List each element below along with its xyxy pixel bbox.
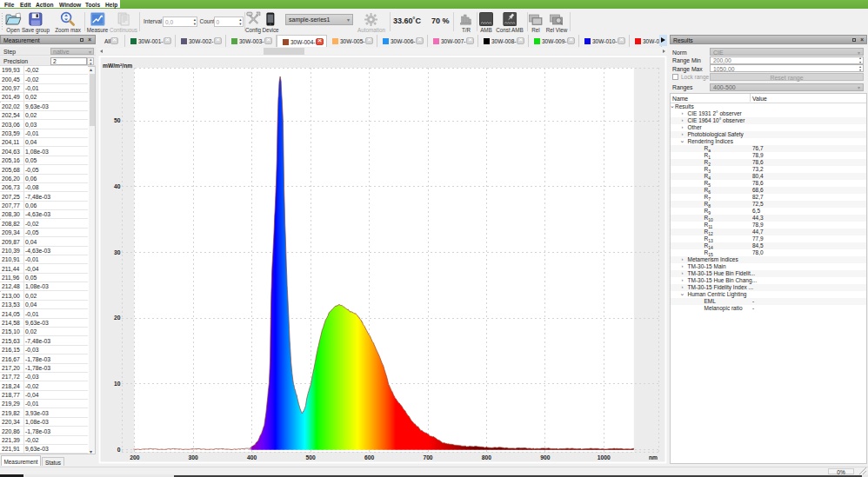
svg-text:500: 500 bbox=[306, 454, 316, 460]
svg-text:30: 30 bbox=[114, 249, 121, 255]
svg-text:10: 10 bbox=[114, 381, 121, 387]
svg-text:300: 300 bbox=[189, 454, 198, 460]
svg-text:20: 20 bbox=[114, 315, 121, 321]
svg-text:200: 200 bbox=[130, 454, 139, 460]
svg-text:50: 50 bbox=[114, 117, 121, 123]
svg-text:700: 700 bbox=[423, 454, 432, 460]
svg-text:nm: nm bbox=[649, 454, 658, 460]
svg-text:0: 0 bbox=[117, 447, 121, 453]
svg-text:600: 600 bbox=[364, 454, 374, 460]
svg-text:40: 40 bbox=[114, 183, 121, 189]
svg-text:400: 400 bbox=[247, 454, 257, 460]
svg-text:1000: 1000 bbox=[598, 454, 611, 460]
svg-text:800: 800 bbox=[482, 454, 491, 460]
svg-text:mW/m²/nm: mW/m²/nm bbox=[103, 63, 132, 69]
svg-text:900: 900 bbox=[540, 454, 550, 460]
